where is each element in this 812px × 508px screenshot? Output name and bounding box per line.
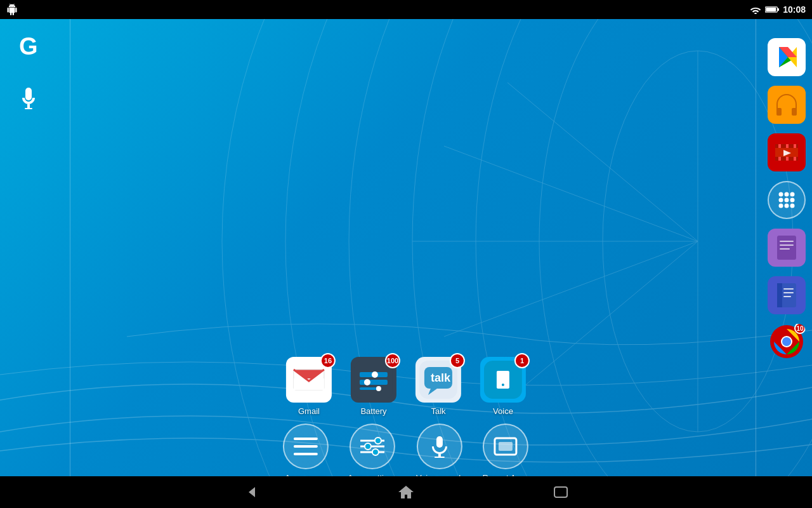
voice-search-icon (417, 424, 462, 469)
voice-badge: 1 (514, 353, 530, 368)
svg-point-81 (375, 438, 381, 444)
svg-rect-44 (780, 241, 794, 242)
svg-rect-84 (436, 436, 443, 448)
wifi-icon (750, 5, 761, 14)
svg-rect-29 (794, 144, 796, 148)
apex-settings-icon (350, 424, 395, 469)
gmail-badge: 16 (320, 353, 336, 368)
svg-rect-85 (438, 454, 441, 457)
svg-rect-32 (794, 157, 796, 161)
play-store-app[interactable] (768, 38, 806, 76)
gmail-app[interactable]: 16 Gmail (286, 357, 332, 416)
apps-grid-button[interactable] (768, 181, 806, 219)
battery-app[interactable]: 100 Battery (351, 357, 396, 416)
bluebook-app[interactable] (768, 276, 806, 314)
talk-label: Talk (431, 406, 445, 416)
right-divider (756, 19, 756, 483)
svg-text:talk: talk (431, 371, 451, 384)
battery-icon (765, 5, 779, 14)
battery-label: Battery (360, 406, 386, 416)
svg-point-65 (372, 371, 378, 378)
status-time: 10:08 (783, 4, 806, 15)
back-button[interactable] (237, 478, 265, 506)
svg-point-67 (376, 386, 381, 391)
battery-badge: 100 (385, 353, 400, 368)
left-divider (70, 19, 70, 483)
recent-apps-icon (483, 424, 528, 469)
nav-bar (0, 476, 812, 508)
svg-rect-19 (25, 108, 32, 109)
talk-app[interactable]: talk 5 Talk (416, 357, 461, 416)
svg-point-66 (364, 379, 370, 385)
svg-rect-1 (778, 8, 780, 11)
headphones-app[interactable] (768, 86, 806, 124)
svg-rect-30 (778, 157, 781, 161)
svg-text:G: G (19, 33, 38, 58)
svg-line-12 (444, 146, 698, 241)
dock: 16 Gmail (283, 357, 529, 483)
svg-point-83 (372, 449, 379, 455)
svg-point-82 (365, 443, 371, 450)
svg-line-15 (508, 241, 698, 400)
video-app[interactable] (768, 133, 806, 171)
voice-app[interactable]: 1 Voice (480, 357, 526, 416)
svg-rect-2 (766, 8, 776, 11)
chrome-app[interactable]: 10 (768, 324, 806, 362)
google-search-button[interactable]: G (15, 32, 43, 60)
gmail-label: Gmail (298, 406, 320, 416)
svg-point-34 (779, 192, 783, 197)
svg-point-38 (785, 198, 789, 203)
notes-app[interactable] (768, 229, 806, 267)
svg-rect-63 (360, 380, 388, 385)
svg-rect-49 (783, 288, 794, 290)
svg-rect-27 (778, 144, 781, 148)
svg-rect-88 (499, 442, 513, 451)
svg-point-39 (790, 198, 795, 203)
svg-rect-46 (780, 248, 790, 250)
svg-rect-76 (294, 445, 318, 448)
apex-menu-button[interactable]: Apex menu (283, 424, 329, 483)
svg-rect-48 (777, 283, 782, 307)
voice-search-sidebar-button[interactable] (15, 85, 43, 113)
apex-menu-icon (283, 424, 329, 469)
svg-rect-51 (783, 296, 791, 297)
svg-point-42 (790, 204, 795, 208)
voice-search-button[interactable]: Voice search (416, 424, 463, 483)
home-button[interactable] (392, 478, 420, 506)
svg-rect-86 (435, 457, 445, 458)
android-icon (6, 4, 18, 15)
svg-line-11 (508, 83, 698, 241)
svg-rect-18 (27, 104, 30, 108)
svg-rect-75 (294, 438, 318, 440)
svg-point-37 (779, 198, 783, 203)
status-bar: 10:08 (0, 0, 812, 19)
svg-point-40 (779, 204, 783, 208)
recent-apps-button[interactable]: Recent Apps (482, 424, 529, 483)
voice-label: Voice (493, 406, 513, 416)
svg-point-55 (782, 337, 791, 346)
svg-rect-17 (25, 88, 32, 100)
svg-point-41 (785, 204, 789, 208)
talk-badge: 5 (450, 353, 465, 368)
svg-rect-45 (780, 244, 794, 246)
svg-rect-77 (294, 453, 318, 455)
svg-rect-28 (786, 144, 789, 148)
svg-rect-89 (554, 487, 567, 497)
svg-point-35 (785, 192, 789, 197)
right-sidebar: 10 (761, 19, 812, 483)
svg-line-14 (444, 241, 698, 337)
svg-rect-64 (360, 387, 379, 390)
svg-rect-50 (783, 292, 794, 293)
recents-button[interactable] (547, 478, 575, 506)
apex-settings-button[interactable]: Apex settings (348, 424, 397, 483)
svg-rect-43 (777, 236, 796, 260)
svg-point-36 (790, 192, 795, 197)
svg-rect-31 (786, 157, 789, 161)
left-sidebar: G (0, 19, 57, 483)
